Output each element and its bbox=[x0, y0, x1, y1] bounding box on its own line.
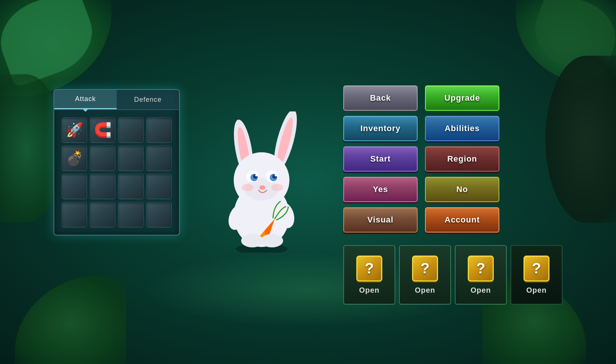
mystery-box-3[interactable]: ? Open bbox=[455, 245, 507, 305]
grid-cell-2-2[interactable] bbox=[118, 174, 143, 199]
btn-row-5: Visual Account bbox=[343, 207, 562, 233]
grid-cell-2-1[interactable] bbox=[90, 174, 115, 199]
svg-point-11 bbox=[255, 174, 257, 176]
question-mark-icon-1: ? bbox=[356, 256, 382, 282]
region-button[interactable]: Region bbox=[425, 146, 499, 172]
svg-point-15 bbox=[275, 174, 277, 176]
mystery-boxes-row: ? Open ? Open ? Open ? Open bbox=[343, 245, 562, 305]
svg-point-17 bbox=[241, 184, 253, 191]
bunny-svg bbox=[217, 111, 306, 253]
game-background: Attack Defence 🚀 🧲 💣 bbox=[0, 0, 616, 364]
grid-cell-0-0[interactable]: 🚀 bbox=[62, 117, 87, 143]
rocket-icon: 🚀 bbox=[66, 122, 83, 138]
account-button[interactable]: Account bbox=[425, 207, 499, 233]
grid-cell-1-0[interactable]: 💣 bbox=[62, 146, 87, 171]
grid-cell-3-1[interactable] bbox=[90, 202, 115, 227]
no-button[interactable]: No bbox=[425, 177, 499, 202]
grid-cell-0-1[interactable]: 🧲 bbox=[90, 117, 115, 143]
grid-cell-1-3[interactable] bbox=[146, 146, 172, 171]
open-label-1: Open bbox=[359, 286, 379, 295]
open-label-3: Open bbox=[470, 286, 491, 295]
btn-row-2: Inventory Abilities bbox=[343, 116, 562, 141]
btn-row-1: Back Upgrade bbox=[343, 85, 562, 111]
back-button[interactable]: Back bbox=[343, 85, 418, 111]
visual-button[interactable]: Visual bbox=[343, 207, 418, 233]
question-mark-icon-3: ? bbox=[468, 256, 494, 282]
tab-defence[interactable]: Defence bbox=[117, 90, 179, 109]
btn-row-4: Yes No bbox=[343, 177, 562, 202]
buttons-panel: Back Upgrade Inventory Abilities Start R… bbox=[343, 85, 562, 238]
open-label-4: Open bbox=[526, 286, 547, 295]
inventory-button[interactable]: Inventory bbox=[343, 116, 418, 141]
yes-button[interactable]: Yes bbox=[343, 177, 418, 202]
tab-attack[interactable]: Attack bbox=[54, 90, 117, 109]
grid-cell-3-0[interactable] bbox=[62, 202, 87, 227]
tab-bar: Attack Defence bbox=[54, 90, 179, 110]
svg-point-16 bbox=[259, 185, 265, 190]
inventory-grid: 🚀 🧲 💣 bbox=[54, 110, 179, 235]
bunny-character-area bbox=[210, 97, 314, 253]
grid-cell-0-2[interactable] bbox=[118, 117, 143, 143]
start-button[interactable]: Start bbox=[343, 146, 418, 172]
mystery-box-2[interactable]: ? Open bbox=[399, 245, 451, 305]
upgrade-button[interactable]: Upgrade bbox=[425, 85, 499, 111]
grid-cell-0-3[interactable] bbox=[146, 117, 172, 143]
svg-point-21 bbox=[241, 234, 263, 247]
btn-row-3: Start Region bbox=[343, 146, 562, 172]
grid-cell-1-1[interactable] bbox=[90, 146, 115, 171]
right-panel: Back Upgrade Inventory Abilities Start R… bbox=[343, 82, 562, 305]
grid-cell-3-3[interactable] bbox=[146, 202, 172, 227]
bomb-icon: 💣 bbox=[66, 150, 83, 166]
grid-cell-2-3[interactable] bbox=[146, 174, 172, 199]
mystery-box-4[interactable]: ? Open bbox=[510, 245, 562, 305]
svg-point-18 bbox=[271, 184, 283, 191]
grid-cell-1-2[interactable] bbox=[118, 146, 143, 171]
inventory-panel: Attack Defence 🚀 🧲 💣 bbox=[54, 89, 180, 235]
abilities-button[interactable]: Abilities bbox=[425, 116, 499, 141]
magnet-icon: 🧲 bbox=[94, 122, 111, 138]
question-mark-icon-2: ? bbox=[412, 256, 438, 282]
mystery-box-1[interactable]: ? Open bbox=[343, 245, 395, 305]
main-content: Attack Defence 🚀 🧲 💣 bbox=[54, 59, 562, 305]
open-label-2: Open bbox=[415, 286, 435, 295]
question-mark-icon-4: ? bbox=[523, 256, 549, 282]
svg-point-22 bbox=[261, 234, 283, 247]
grid-cell-2-0[interactable] bbox=[62, 174, 87, 199]
grid-cell-3-2[interactable] bbox=[118, 202, 143, 227]
